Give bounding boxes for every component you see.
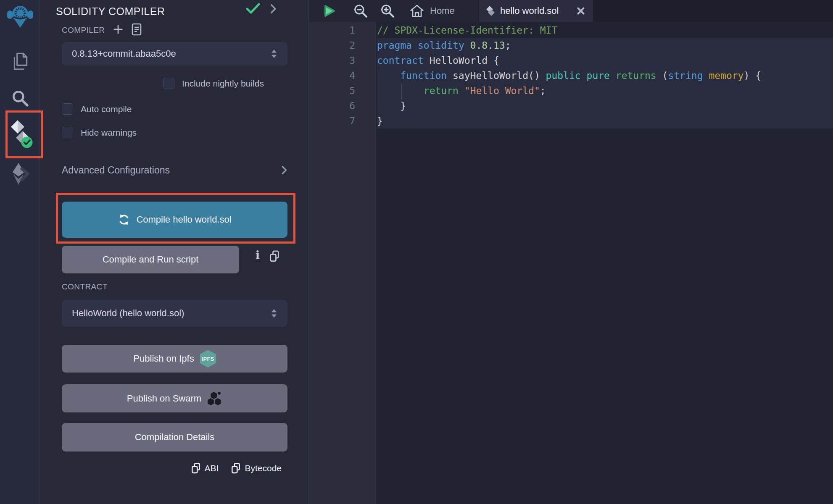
code-line[interactable]: 5 return "Hello World"; [309, 83, 833, 98]
tab-label: hello world.sol [500, 5, 571, 16]
copy-icon [191, 463, 200, 474]
home-icon [410, 4, 424, 18]
script-file-icon[interactable] [132, 23, 142, 37]
copy-icon[interactable] [269, 250, 279, 264]
compile-button[interactable]: Compile hello world.sol [62, 202, 287, 238]
solidity-compiler-icon[interactable] [0, 120, 40, 150]
auto-compile-label: Auto compile [81, 104, 132, 114]
compile-success-check-icon [246, 3, 260, 16]
ipfs-cube-icon: IPFS [200, 350, 216, 368]
code-line-content: contract HelloWorld { [377, 53, 833, 68]
line-number: 6 [309, 98, 355, 113]
compilation-details-label: Compilation Details [135, 432, 215, 443]
compile-button-label: Compile hello world.sol [136, 214, 231, 225]
advanced-chevron-right-icon [281, 165, 287, 176]
advanced-configurations-toggle[interactable]: Advanced Configurations [62, 163, 287, 177]
nightly-builds-label: Include nightly builds [182, 79, 264, 89]
advanced-configurations-label: Advanced Configurations [62, 165, 281, 176]
hide-warnings-checkbox[interactable] [62, 127, 73, 138]
publish-swarm-button[interactable]: Publish on Swarm [62, 384, 287, 412]
line-number: 5 [309, 83, 355, 98]
code-line[interactable]: 6 } [309, 98, 833, 113]
copy-bytecode-button[interactable]: Bytecode [231, 463, 282, 474]
zoom-out-icon[interactable] [353, 4, 368, 18]
editor-area: Home hello world.sol 1// SPDX-License-Id… [309, 0, 833, 504]
code-line[interactable]: 4 function sayHelloWorld() public pure r… [309, 68, 833, 83]
line-number: 1 [309, 23, 355, 38]
bytecode-label: Bytecode [245, 463, 282, 473]
publish-swarm-label: Publish on Swarm [127, 393, 201, 404]
add-compiler-icon[interactable] [113, 24, 123, 36]
code-line-content: } [377, 113, 833, 129]
remix-logo[interactable] [0, 3, 40, 29]
publish-ipfs-label: Publish on Ipfs [133, 353, 194, 364]
copy-abi-button[interactable]: ABI [191, 463, 219, 474]
deploy-run-icon[interactable] [0, 162, 40, 186]
tab-hello-world-sol[interactable]: hello world.sol [479, 0, 593, 22]
tab-home[interactable]: Home [410, 4, 455, 18]
zoom-in-icon[interactable] [380, 4, 395, 18]
nightly-builds-checkbox[interactable] [163, 78, 174, 89]
contract-section-label: CONTRACT [62, 282, 108, 291]
code-line-content: function sayHelloWorld() public pure ret… [377, 68, 833, 83]
refresh-icon [118, 213, 130, 226]
solidity-file-icon [486, 5, 495, 17]
line-number: 4 [309, 68, 355, 83]
run-script-play-icon[interactable] [323, 4, 336, 18]
compilation-details-button[interactable]: Compilation Details [62, 423, 287, 452]
copy-icon [231, 463, 240, 474]
code-line[interactable]: 2pragma solidity 0.8.13; [309, 38, 833, 53]
code-line-content: pragma solidity 0.8.13; [377, 38, 833, 53]
info-icon[interactable]: i [252, 249, 263, 263]
line-number: 2 [309, 38, 355, 53]
code-line-content: return "Hello World"; [377, 83, 833, 98]
compiler-version-value: 0.8.13+commit.abaa5c0e [72, 48, 271, 59]
indent-guide [378, 68, 378, 113]
line-number: 3 [309, 53, 355, 68]
swarm-cubes-icon [207, 391, 222, 406]
indent-guide [401, 83, 402, 99]
compiler-section-label: COMPILER [62, 26, 105, 35]
code-lines: 1// SPDX-License-Identifier: MIT2pragma … [309, 23, 833, 129]
abi-label: ABI [205, 463, 219, 473]
code-line[interactable]: 7} [309, 113, 833, 129]
code-line[interactable]: 3contract HelloWorld { [309, 53, 833, 68]
solidity-compiler-panel: SOLIDITY COMPILER COMPILER [40, 0, 308, 504]
compiler-version-select[interactable]: 0.8.13+commit.abaa5c0e [62, 42, 287, 66]
code-line-content: // SPDX-License-Identifier: MIT [377, 23, 833, 38]
select-arrows-icon [271, 308, 277, 319]
line-number: 7 [309, 113, 355, 129]
contract-select-value: HelloWorld (hello world.sol) [72, 308, 271, 319]
panel-chevron-right-icon[interactable] [269, 3, 277, 16]
code-editor[interactable]: 1// SPDX-License-Identifier: MIT2pragma … [309, 22, 833, 504]
compile-and-run-button[interactable]: Compile and Run script [62, 246, 239, 273]
remix-ide: SOLIDITY COMPILER COMPILER [0, 0, 833, 504]
auto-compile-checkbox[interactable] [62, 103, 73, 115]
publish-ipfs-button[interactable]: Publish on Ipfs IPFS [62, 345, 287, 373]
contract-select[interactable]: HelloWorld (hello world.sol) [62, 300, 287, 327]
compile-and-run-label: Compile and Run script [103, 254, 199, 265]
close-icon[interactable] [576, 6, 585, 16]
home-tab-label: Home [430, 5, 455, 16]
search-icon[interactable] [0, 89, 40, 108]
file-explorer-icon[interactable] [0, 51, 40, 71]
editor-tab-bar: Home hello world.sol [309, 0, 833, 22]
hide-warnings-label: Hide warnings [81, 128, 137, 138]
select-arrows-icon [271, 48, 277, 59]
code-line-content: } [377, 98, 833, 113]
icon-sidebar [0, 0, 40, 504]
ipfs-badge-text: IPFS [202, 356, 214, 362]
panel-title: SOLIDITY COMPILER [56, 5, 165, 18]
code-line[interactable]: 1// SPDX-License-Identifier: MIT [309, 23, 833, 38]
